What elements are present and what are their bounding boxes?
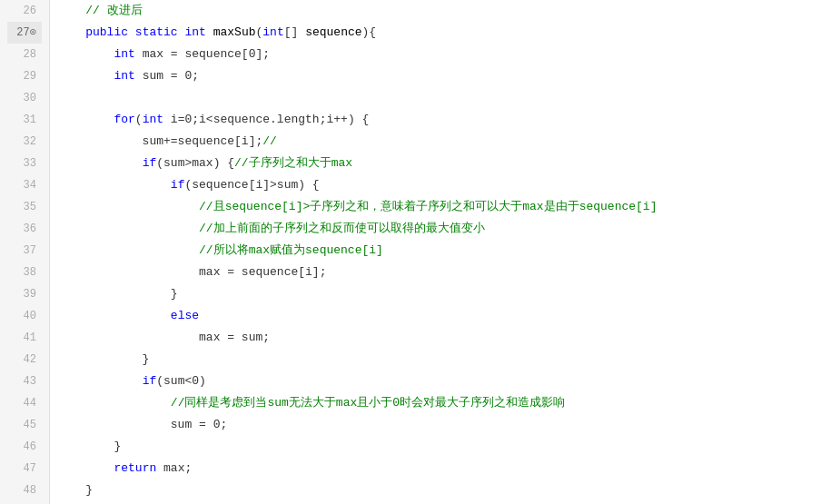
- line-num-33: 33: [7, 153, 42, 174]
- code-line-29: int sum = 0;: [57, 65, 821, 87]
- code-line-31: for(int i=0;i<sequence.length;i++) {: [57, 109, 821, 131]
- code-line-45: sum = 0;: [57, 414, 821, 436]
- kw-public-27: public: [85, 25, 128, 39]
- line-num-47: 47: [7, 458, 42, 479]
- kw-if-34: if: [171, 178, 185, 192]
- code-line-40: else: [57, 305, 821, 327]
- line-num-28: 28: [7, 44, 42, 65]
- code-line-34: if(sequence[i]>sum) {: [57, 174, 821, 196]
- code-line-41: max = sum;: [57, 327, 821, 349]
- code-line-26: // 改进后: [57, 0, 821, 22]
- type-int-arr-27: int: [262, 25, 283, 39]
- line-numbers: 26 27⊙ 28 29 30 31 32 33 34 35 36 37 38 …: [0, 0, 50, 504]
- line-num-30: 30: [7, 87, 42, 109]
- code-line-27: public static int maxSub(int[] sequence)…: [57, 22, 821, 44]
- line-num-43: 43: [7, 371, 42, 392]
- type-int-27: int: [184, 25, 205, 39]
- line-num-40: 40: [7, 305, 42, 327]
- line-num-45: 45: [7, 414, 42, 436]
- code-line-32: sum+=sequence[i];//: [57, 131, 821, 153]
- code-line-39: }: [57, 283, 821, 305]
- line-num-27: 27⊙: [7, 22, 42, 44]
- code-line-46: }: [57, 436, 821, 458]
- type-int-29: int: [114, 69, 134, 83]
- line-num-31: 31: [7, 109, 42, 131]
- comment-26: // 改进后: [85, 4, 142, 17]
- param-sequence-27: sequence: [305, 25, 361, 39]
- code-line-33: if(sum>max) {//子序列之和大于max: [57, 153, 821, 174]
- code-line-43: if(sum<0): [57, 371, 821, 392]
- type-int-31: int: [143, 113, 163, 126]
- code-editor: 26 27⊙ 28 29 30 31 32 33 34 35 36 37 38 …: [0, 0, 821, 504]
- line-numbers-panel: 26 27⊙ 28 29 30 31 32 33 34 35 36 37 38 …: [0, 0, 50, 504]
- type-int-28: int: [114, 47, 134, 61]
- line-num-48: 48: [7, 479, 42, 501]
- line-num-36: 36: [7, 218, 42, 240]
- line-num-39: 39: [7, 283, 42, 305]
- code-line-42: }: [57, 349, 821, 371]
- comment-32: //: [262, 134, 277, 148]
- code-line-44: //同样是考虑到当sum无法大于max且小于0时会对最大子序列之和造成影响: [57, 392, 821, 414]
- line-num-42: 42: [7, 349, 42, 371]
- line-num-26: 26: [7, 0, 42, 22]
- line-num-41: 41: [7, 327, 42, 349]
- line-num-32: 32: [7, 131, 42, 153]
- comment-35: //且sequence[i]>子序列之和，意味着子序列之和可以大于max是由于s…: [199, 200, 657, 213]
- code-line-48: }: [57, 479, 821, 501]
- code-line-37: //所以将max赋值为sequence[i]: [57, 240, 821, 262]
- line-num-35: 35: [7, 196, 42, 218]
- code-line-38: max = sequence[i];: [57, 262, 821, 283]
- kw-if-33: if: [143, 156, 157, 170]
- comment-33: //子序列之和大于max: [234, 156, 352, 170]
- kw-else-40: else: [171, 309, 199, 322]
- code-area: // 改进后 public static int maxSub(int[] se…: [50, 0, 821, 504]
- line-num-46: 46: [7, 436, 42, 458]
- code-line-30: [57, 87, 821, 109]
- comment-44: //同样是考虑到当sum无法大于max且小于0时会对最大子序列之和造成影响: [171, 396, 565, 410]
- line-num-29: 29: [7, 65, 42, 87]
- kw-static-27: static: [135, 25, 178, 39]
- kw-return-47: return: [114, 461, 156, 475]
- comment-37: //所以将max赋值为sequence[i]: [199, 243, 383, 257]
- line-num-37: 37: [7, 240, 42, 262]
- code-line-36: //加上前面的子序列之和反而使可以取得的最大值变小: [57, 218, 821, 240]
- kw-if-43: if: [143, 374, 157, 388]
- code-line-28: int max = sequence[0];: [57, 44, 821, 65]
- kw-for-31: for: [114, 113, 134, 126]
- code-line-35: //且sequence[i]>子序列之和，意味着子序列之和可以大于max是由于s…: [57, 196, 821, 218]
- code-line-47: return max;: [57, 458, 821, 479]
- line-num-38: 38: [7, 262, 42, 283]
- method-maxSub: maxSub: [213, 25, 256, 39]
- line-num-44: 44: [7, 392, 42, 414]
- line-num-34: 34: [7, 174, 42, 196]
- comment-36: //加上前面的子序列之和反而使可以取得的最大值变小: [199, 222, 485, 235]
